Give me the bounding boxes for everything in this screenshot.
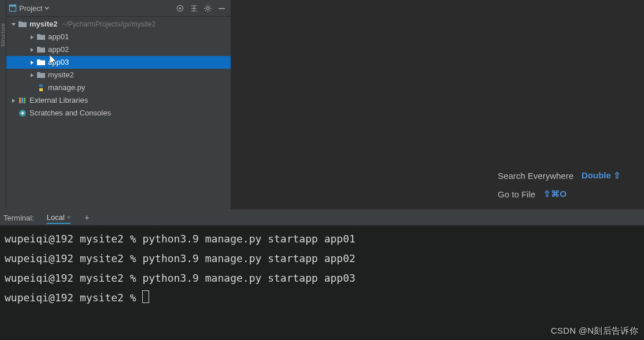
project-toolbar: Project [6, 0, 231, 17]
editor-area: Search Everywhere Double ⇧ Go to File ⇧⌘… [231, 0, 644, 210]
svg-line-9 [205, 6, 206, 6]
terminal-tab-local[interactable]: Local × [47, 211, 71, 224]
tree-item-label: manage.py [48, 81, 85, 94]
expand-all-icon[interactable] [188, 2, 199, 14]
scratches-and-consoles[interactable]: Scratches and Consoles [6, 107, 231, 119]
svg-line-10 [209, 10, 210, 10]
terminal-cursor [142, 290, 149, 303]
scratches-icon [18, 109, 27, 118]
library-icon [18, 96, 27, 105]
structure-strip-label[interactable]: Structure [0, 23, 6, 47]
folder-icon [18, 20, 27, 29]
top-region: Structure Project [0, 0, 644, 210]
chevron-down-icon [10, 21, 17, 28]
project-panel: Project [6, 0, 231, 210]
chevron-right-icon [10, 97, 17, 104]
folder-icon [36, 58, 46, 67]
project-tree[interactable]: mysite2 ~/PycharmProjects/gx/mysite2 app… [6, 17, 231, 210]
terminal-panel: Terminal: Local × + wupeiqi@192 mysite2 … [0, 210, 644, 340]
svg-rect-13 [219, 8, 225, 9]
hint-shortcut: ⇧⌘O [543, 189, 567, 199]
action-hints: Search Everywhere Double ⇧ Go to File ⇧⌘… [498, 170, 621, 199]
tree-root[interactable]: mysite2 ~/PycharmProjects/gx/mysite2 [6, 18, 231, 31]
svg-point-3 [179, 7, 181, 9]
tree-root-path: ~/PycharmProjects/gx/mysite2 [62, 18, 156, 31]
hint-label: Search Everywhere [498, 171, 573, 181]
terminal-tab-label: Local [47, 213, 65, 222]
terminal-add-tab[interactable]: + [84, 213, 89, 222]
svg-line-12 [205, 10, 206, 10]
chevron-down-icon [45, 6, 49, 10]
tree-item-app01[interactable]: app01 [6, 31, 231, 43]
app-root: Structure Project [0, 0, 644, 340]
chevron-right-icon [28, 72, 35, 79]
project-view-icon [9, 4, 17, 12]
close-icon[interactable]: × [67, 214, 71, 221]
tree-item-label: app01 [48, 31, 69, 43]
scratches-label: Scratches and Consoles [29, 107, 111, 119]
svg-rect-14 [19, 98, 21, 103]
svg-rect-1 [10, 5, 16, 7]
tree-root-label: mysite2 [29, 18, 57, 31]
hint-search-everywhere: Search Everywhere Double ⇧ [498, 170, 621, 181]
svg-point-4 [206, 7, 209, 9]
minimize-icon[interactable] [216, 2, 227, 14]
project-title: Project [19, 4, 42, 13]
svg-rect-16 [24, 98, 25, 103]
hint-shortcut: Double ⇧ [582, 170, 621, 181]
chevron-right-icon [28, 46, 35, 53]
tree-item-manage-py[interactable]: manage.py [6, 81, 231, 94]
folder-icon [36, 45, 46, 54]
gear-icon[interactable] [202, 2, 213, 14]
tree-item-label: app02 [48, 43, 69, 56]
tree-item-label: mysite2 [48, 69, 74, 81]
svg-line-11 [209, 6, 210, 6]
external-libraries[interactable]: External Libraries [6, 94, 231, 107]
hint-label: Go to File [498, 189, 535, 199]
chevron-right-icon [28, 33, 35, 40]
folder-icon [36, 32, 46, 42]
svg-rect-15 [21, 98, 23, 103]
folder-icon [36, 70, 46, 80]
tree-item-app03[interactable]: app03 [6, 56, 231, 69]
tree-item-label: app03 [48, 56, 69, 69]
left-tool-strip[interactable]: Structure [0, 0, 6, 210]
project-dropdown[interactable]: Project [9, 4, 49, 13]
terminal-output[interactable]: wupeiqi@192 mysite2 % python3.9 manage.p… [0, 226, 644, 340]
target-icon[interactable] [174, 2, 186, 14]
external-libraries-label: External Libraries [29, 94, 88, 107]
python-file-icon [36, 83, 46, 92]
chevron-right-icon [28, 59, 35, 66]
hint-goto-file: Go to File ⇧⌘O [498, 189, 621, 199]
tree-item-mysite2[interactable]: mysite2 [6, 69, 231, 81]
tree-item-app02[interactable]: app02 [6, 43, 231, 56]
terminal-tabs: Terminal: Local × + [0, 210, 644, 226]
terminal-title: Terminal: [3, 214, 34, 222]
